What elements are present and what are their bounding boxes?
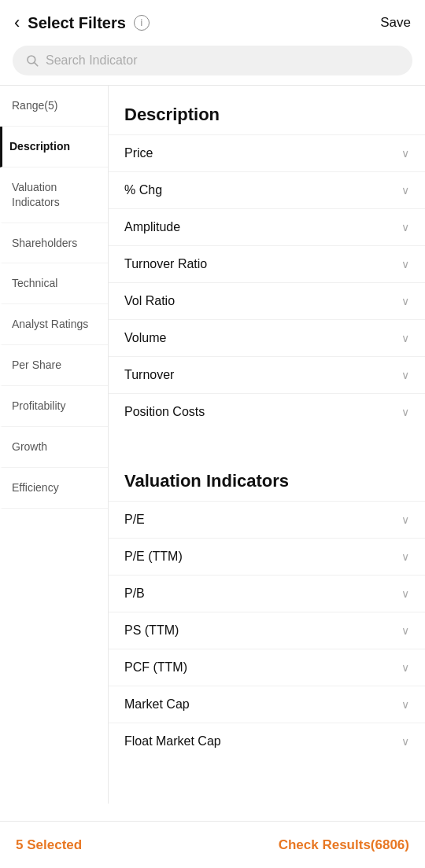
chevron-down-icon: ∨	[401, 258, 409, 270]
chevron-down-icon: ∨	[401, 221, 409, 234]
filter-label: PS (TTM)	[124, 623, 179, 638]
filter-label: Float Market Cap	[124, 734, 221, 748]
filter-row[interactable]: PCF (TTM)∨	[109, 649, 425, 686]
sidebar-item-range[interactable]: Range(5)	[0, 86, 108, 127]
filter-label: Turnover	[124, 368, 174, 382]
filter-row[interactable]: PS (TTM)∨	[109, 612, 425, 649]
filter-row[interactable]: P/E (TTM)∨	[109, 538, 425, 575]
main-layout: Range(5)DescriptionValuation IndicatorsS…	[0, 85, 425, 804]
filter-label: Position Costs	[124, 405, 205, 419]
filter-row[interactable]: Float Market Cap∨	[109, 723, 425, 760]
filter-row[interactable]: Amplitude∨	[109, 208, 425, 245]
sidebar-item-valuation[interactable]: Valuation Indicators	[0, 167, 108, 223]
selected-count-label: 5 Selected	[16, 837, 82, 853]
filter-row[interactable]: Position Costs∨	[109, 393, 425, 430]
selected-count: 5	[16, 837, 23, 852]
section-spacer	[109, 430, 425, 452]
filter-label: P/E	[124, 513, 145, 527]
filter-label: % Chg	[124, 183, 162, 197]
filter-row[interactable]: % Chg∨	[109, 171, 425, 208]
back-button[interactable]: ‹	[14, 13, 20, 33]
filter-label: Price	[124, 146, 153, 160]
filter-label: PCF (TTM)	[124, 660, 187, 675]
info-icon[interactable]: i	[134, 15, 150, 31]
filter-row[interactable]: Turnover∨	[109, 356, 425, 393]
filter-label: Volume	[124, 331, 166, 345]
check-results-button[interactable]: Check Results(6806)	[279, 837, 409, 853]
search-icon	[25, 53, 39, 68]
filter-row[interactable]: P/E∨	[109, 501, 425, 538]
save-button[interactable]: Save	[380, 15, 411, 31]
sidebar-item-shareholders[interactable]: Shareholders	[0, 223, 108, 264]
filter-row[interactable]: Turnover Ratio∨	[109, 245, 425, 282]
filter-label: Turnover Ratio	[124, 257, 207, 271]
sidebar-item-technical[interactable]: Technical	[0, 263, 108, 304]
chevron-down-icon: ∨	[401, 332, 409, 344]
footer: 5 Selected Check Results(6806)	[0, 821, 425, 868]
header-left: ‹ Select Filters i	[14, 13, 150, 33]
search-input[interactable]: Search Indicator	[46, 53, 138, 68]
chevron-down-icon: ∨	[401, 624, 409, 637]
chevron-down-icon: ∨	[401, 513, 409, 526]
filter-row[interactable]: Market Cap∨	[109, 686, 425, 723]
filter-row[interactable]: Vol Ratio∨	[109, 282, 425, 319]
filter-label: P/B	[124, 587, 145, 601]
selected-label: Selected	[27, 837, 82, 852]
filter-row[interactable]: Price∨	[109, 134, 425, 171]
sidebar-item-growth[interactable]: Growth	[0, 427, 108, 468]
section-heading-description: Description	[109, 86, 425, 134]
chevron-down-icon: ∨	[401, 587, 409, 600]
chevron-down-icon: ∨	[401, 735, 409, 748]
svg-line-1	[35, 63, 38, 66]
sidebar-item-description[interactable]: Description	[0, 127, 108, 167]
page-title: Select Filters	[28, 14, 126, 32]
filter-label: P/E (TTM)	[124, 550, 183, 564]
content-area: DescriptionPrice∨% Chg∨Amplitude∨Turnove…	[109, 86, 425, 804]
sidebar: Range(5)DescriptionValuation IndicatorsS…	[0, 86, 109, 804]
chevron-down-icon: ∨	[401, 550, 409, 563]
chevron-down-icon: ∨	[401, 184, 409, 197]
sidebar-item-profitability[interactable]: Profitability	[0, 386, 108, 427]
section-heading-valuation: Valuation Indicators	[109, 452, 425, 501]
sidebar-item-efficiency[interactable]: Efficiency	[0, 468, 108, 509]
chevron-down-icon: ∨	[401, 661, 409, 674]
search-bar[interactable]: Search Indicator	[13, 46, 412, 75]
chevron-down-icon: ∨	[401, 698, 409, 711]
filter-row[interactable]: Volume∨	[109, 319, 425, 356]
header: ‹ Select Filters i Save	[0, 0, 425, 42]
sidebar-item-analyst[interactable]: Analyst Ratings	[0, 304, 108, 345]
filter-label: Amplitude	[124, 220, 180, 234]
filter-row[interactable]: P/B∨	[109, 575, 425, 612]
sidebar-item-pershare[interactable]: Per Share	[0, 345, 108, 386]
chevron-down-icon: ∨	[401, 295, 409, 307]
filter-label: Market Cap	[124, 697, 190, 712]
chevron-down-icon: ∨	[401, 406, 409, 418]
chevron-down-icon: ∨	[401, 147, 409, 160]
chevron-down-icon: ∨	[401, 369, 409, 381]
filter-label: Vol Ratio	[124, 294, 175, 308]
